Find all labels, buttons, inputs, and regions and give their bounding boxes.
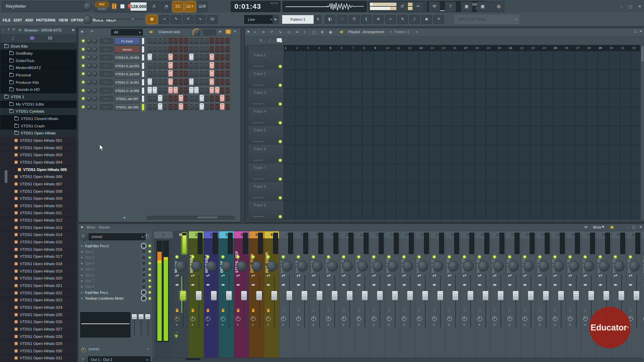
strip-clock-icon[interactable] xyxy=(583,316,588,321)
eq-band-fader[interactable] xyxy=(138,312,144,337)
step-cell[interactable] xyxy=(184,62,188,69)
strip-leftright-icon[interactable]: ◀▶ xyxy=(371,284,377,286)
strip-record-dot[interactable] xyxy=(554,324,555,325)
strip-audio-input-icon[interactable] xyxy=(312,308,316,313)
channel-enable-led[interactable] xyxy=(82,106,85,108)
step-cell[interactable] xyxy=(163,70,167,77)
mixer-strip-14[interactable]: 14Insert 14▲▼◀▶ xyxy=(385,231,400,358)
step-cell[interactable] xyxy=(205,70,209,77)
strip-record-dot[interactable] xyxy=(569,324,571,325)
step-cell[interactable] xyxy=(173,87,178,94)
stretch-icon[interactable]: ↔ xyxy=(296,30,299,34)
strip-fader-track[interactable] xyxy=(516,275,516,328)
strip-mute-led[interactable] xyxy=(614,255,617,258)
step-cell[interactable] xyxy=(168,87,173,94)
strip-updown-icon[interactable]: ▲▼ xyxy=(236,274,240,277)
channel-target-box[interactable]: — xyxy=(100,38,113,44)
step-cell[interactable] xyxy=(158,78,162,85)
strip-clock-icon[interactable] xyxy=(523,316,527,321)
menu-edit[interactable]: EDIT xyxy=(14,18,22,22)
strip-pan-knob[interactable] xyxy=(372,261,383,272)
strip-record-dot[interactable] xyxy=(494,324,495,325)
strip-fader-handle[interactable] xyxy=(392,291,398,300)
step-cell[interactable] xyxy=(189,70,194,77)
channel-target-box[interactable]: — xyxy=(100,79,113,85)
mixer-strip-12[interactable]: 12Insert 12▲▼◀▶ xyxy=(355,231,370,358)
channel-pan-knob[interactable] xyxy=(87,96,92,101)
strip-updown-icon[interactable]: ▲▼ xyxy=(341,274,346,277)
browser-folder[interactable]: ModernBEATZ xyxy=(0,64,77,71)
strip-leftright-icon[interactable]: ◀▶ xyxy=(522,284,528,286)
step-cell[interactable] xyxy=(168,70,173,77)
slot-enable-led[interactable] xyxy=(149,245,151,247)
strip-record-dot[interactable] xyxy=(524,324,525,325)
track-header[interactable]: Track 9 xyxy=(249,201,284,220)
step-cell[interactable] xyxy=(148,87,152,94)
step-cell[interactable] xyxy=(148,95,152,102)
strip-record-dot[interactable] xyxy=(418,324,420,325)
step-cell[interactable] xyxy=(148,103,152,110)
mixer-strip-15[interactable]: 15Insert 15▲▼◀▶ xyxy=(400,231,415,358)
step-cell[interactable] xyxy=(200,54,204,60)
strip-fader-track[interactable] xyxy=(485,275,486,328)
strip-record-dot[interactable] xyxy=(237,324,238,325)
strip-mute-led[interactable] xyxy=(599,255,602,258)
strip-mute-led[interactable] xyxy=(569,255,572,258)
strip-mute-led[interactable] xyxy=(297,255,300,258)
channel-enable-led[interactable] xyxy=(82,81,85,83)
browser-file[interactable]: VTDS1 Open Hihats 026 xyxy=(0,318,77,325)
performance-mode-icon[interactable]: ◉ xyxy=(421,15,432,24)
track-header[interactable]: Track 6 xyxy=(249,145,284,164)
browser-file[interactable]: VTDS1 Open Hihats 005 xyxy=(0,166,77,173)
strip-mute-led[interactable] xyxy=(629,255,632,258)
strip-leftright-icon[interactable]: ◀▶ xyxy=(326,284,332,286)
channel-pan-knob[interactable] xyxy=(87,47,92,52)
browser-file[interactable]: VTDS1 Open Hihats 015 xyxy=(0,239,77,246)
step-cell[interactable] xyxy=(194,46,199,52)
mixer-strip-31[interactable]: 31Insert 31▲▼◀▶ xyxy=(642,231,644,358)
strip-pan-knob[interactable] xyxy=(493,261,504,272)
channel-pan-knob[interactable] xyxy=(87,88,92,93)
chords-icon[interactable]: ∥ xyxy=(361,15,372,24)
strip-clock-icon[interactable] xyxy=(417,316,422,321)
strip-fader-track[interactable] xyxy=(244,275,245,328)
track-mini-slider[interactable] xyxy=(253,66,263,67)
step-cell[interactable] xyxy=(158,87,162,94)
mixer-menu-icon[interactable]: ▶ xyxy=(81,225,84,229)
strip-updown-icon[interactable]: ▲▼ xyxy=(628,274,633,277)
step-cell[interactable] xyxy=(220,70,224,77)
strip-fader-handle[interactable] xyxy=(180,291,186,300)
channel-volume-knob[interactable] xyxy=(92,88,97,93)
step-cell[interactable] xyxy=(189,54,194,60)
effect-slot[interactable]: ▶Slot 4 xyxy=(80,260,151,266)
slot-enable-led[interactable] xyxy=(149,262,151,264)
strip-record-dot[interactable] xyxy=(388,324,389,325)
strip-fader-handle[interactable] xyxy=(528,291,534,300)
step-cell[interactable] xyxy=(163,62,167,69)
track-enable-led[interactable] xyxy=(279,159,282,162)
slot-enable-led[interactable] xyxy=(149,268,151,270)
view-picker-icon[interactable]: ◧ xyxy=(325,15,335,24)
step-cell[interactable] xyxy=(210,37,214,44)
channel-preview-bar[interactable] xyxy=(142,46,145,53)
strip-clock-icon[interactable] xyxy=(447,316,452,321)
step-cell[interactable] xyxy=(179,46,183,52)
strip-fader-track[interactable] xyxy=(395,275,395,328)
step-cell[interactable] xyxy=(168,46,173,52)
main-volume-knob[interactable] xyxy=(83,2,92,11)
slot-mix-knob[interactable] xyxy=(141,290,147,295)
strip-mute-led[interactable] xyxy=(312,255,315,258)
channel-enable-led[interactable] xyxy=(82,89,85,92)
slot-enable-led[interactable] xyxy=(149,250,151,253)
strip-audio-input-icon[interactable] xyxy=(266,308,270,313)
slip-icon[interactable]: ∿ xyxy=(195,15,206,24)
strip-clock-icon[interactable] xyxy=(326,316,331,321)
strip-fader-track[interactable] xyxy=(259,275,260,328)
strip-pan-knob[interactable] xyxy=(191,261,202,272)
strip-audio-input-icon[interactable] xyxy=(432,308,436,313)
strip-audio-input-icon[interactable] xyxy=(191,308,195,313)
step-cell[interactable] xyxy=(200,103,204,110)
strip-leftright-icon[interactable]: ◀▶ xyxy=(220,284,226,286)
strip-mute-led[interactable] xyxy=(448,255,451,258)
step-cell[interactable] xyxy=(220,103,224,110)
